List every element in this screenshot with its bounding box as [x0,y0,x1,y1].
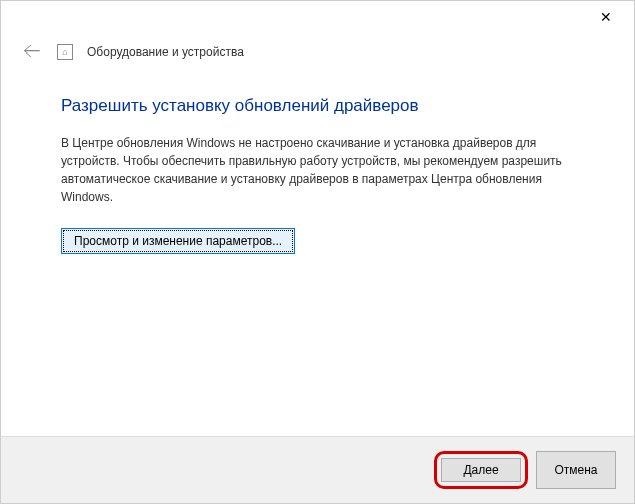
titlebar: ✕ [1,1,634,33]
back-button[interactable]: 🡠 [21,39,43,64]
troubleshooter-icon: ⌂ [57,44,73,60]
close-button[interactable]: ✕ [586,3,626,31]
footer-bar: Далее Отмена [1,436,634,503]
troubleshooter-window: ✕ 🡠 ⌂ Оборудование и устройства Разрешит… [0,0,635,504]
cancel-button[interactable]: Отмена [536,451,616,489]
header-title: Оборудование и устройства [87,45,244,59]
description-text: В Центре обновления Windows не настроено… [61,134,586,206]
next-button[interactable]: Далее [441,458,521,482]
wizard-header: 🡠 ⌂ Оборудование и устройства [1,33,634,78]
page-heading: Разрешить установку обновлений драйверов [61,96,586,116]
close-icon: ✕ [600,9,612,25]
content-area: Разрешить установку обновлений драйверов… [1,78,634,436]
highlight-annotation: Далее [434,451,528,489]
view-settings-button[interactable]: Просмотр и изменение параметров... [61,228,295,254]
